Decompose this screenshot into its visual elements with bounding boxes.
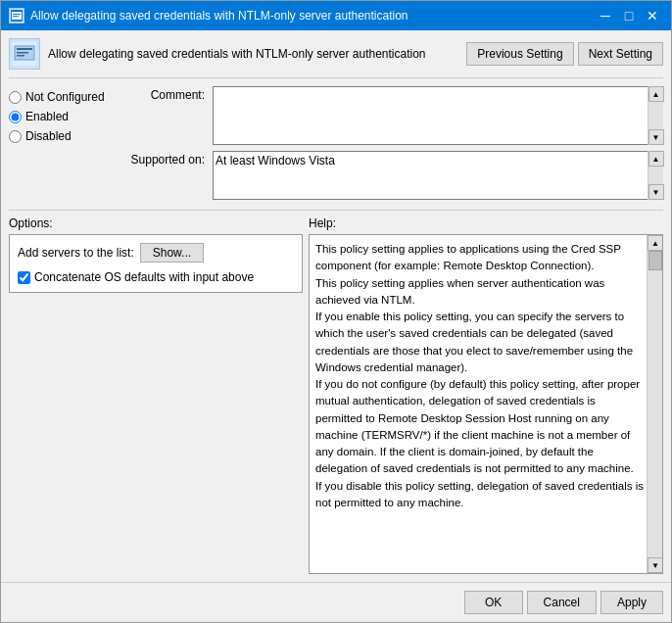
show-button[interactable]: Show... [140,243,204,263]
help-scroll-thumb[interactable] [648,251,662,270]
window-controls: ─ □ ✕ [595,5,663,26]
right-section: Comment: ▲ ▼ Supported on: At [126,86,663,200]
help-scroll-up[interactable]: ▲ [648,235,663,251]
enabled-label: Enabled [25,110,69,123]
middle-section: Not Configured Enabled Disabled Comment: [9,86,663,200]
comment-textarea[interactable] [213,86,663,145]
supported-scroll-down[interactable]: ▼ [648,184,664,200]
scroll-down-arrow[interactable]: ▼ [648,129,664,145]
title-bar: Allow delegating saved credentials with … [1,1,671,30]
svg-rect-6 [17,48,32,50]
disabled-radio[interactable]: Disabled [9,129,126,143]
disabled-input[interactable] [9,130,22,143]
help-p1: This policy setting applies to applicati… [315,241,645,275]
not-configured-label: Not Configured [25,90,105,104]
ok-button[interactable]: OK [464,591,523,614]
concat-checkbox-row: Concatenate OS defaults with input above [18,270,294,284]
enabled-input[interactable] [9,111,22,123]
help-p3: If you enable this policy setting, you c… [315,309,645,376]
minimize-button[interactable]: ─ [595,5,616,26]
window-icon [9,8,24,24]
supported-box: At least Windows Vista [213,151,663,200]
help-scroll-track [648,251,662,557]
comment-textarea-wrapper: ▲ ▼ [213,86,663,145]
enabled-radio[interactable]: Enabled [9,110,126,123]
comment-label: Comment: [126,86,205,102]
help-panel: This policy setting applies to applicati… [309,234,663,574]
svg-rect-2 [13,14,21,15]
header-row: Allow delegating saved credentials with … [9,38,663,78]
svg-rect-7 [17,52,28,54]
svg-rect-8 [17,55,24,57]
help-p2: This policy setting applies when server … [315,275,645,310]
options-col: Options: Add servers to the list: Show..… [9,216,303,574]
concat-label[interactable]: Concatenate OS defaults with input above [34,270,254,284]
window-title: Allow delegating saved credentials with … [30,9,595,23]
options-label: Options: [9,216,303,230]
scroll-up-arrow[interactable]: ▲ [648,86,664,102]
options-help-section: Options: Add servers to the list: Show..… [9,216,663,574]
cancel-button[interactable]: Cancel [527,591,597,614]
supported-scroll-track [648,167,663,184]
divider [9,210,663,211]
help-p4: If you do not configure (by default) thi… [315,376,645,478]
previous-setting-button[interactable]: Previous Setting [466,42,573,66]
help-scrollbar: ▲ ▼ [647,235,662,573]
help-scroll-down[interactable]: ▼ [648,557,663,573]
header-buttons: Previous Setting Next Setting [466,42,663,66]
content-area: Allow delegating saved credentials with … [1,30,671,582]
help-col: Help: This policy setting applies to app… [309,216,663,574]
supported-label: Supported on: [126,151,205,167]
supported-scroll-up[interactable]: ▲ [648,151,664,167]
help-label: Help: [309,216,663,230]
footer: OK Cancel Apply [1,582,671,622]
add-servers-label: Add servers to the list: [18,246,134,260]
comment-row: Comment: ▲ ▼ [126,86,663,145]
scroll-track [648,102,663,129]
help-content: This policy setting applies to applicati… [310,235,662,573]
options-panel: Add servers to the list: Show... Concate… [9,234,303,293]
svg-rect-3 [13,16,19,17]
main-window: Allow delegating saved credentials with … [0,0,672,623]
not-configured-input[interactable] [9,91,22,104]
panels-row: Options: Add servers to the list: Show..… [9,216,663,574]
disabled-label: Disabled [25,129,72,143]
add-servers-row: Add servers to the list: Show... [18,243,294,263]
supported-row: Supported on: At least Windows Vista ▲ ▼ [126,151,663,200]
radio-section: Not Configured Enabled Disabled [9,86,126,200]
supported-scrollbar: ▲ ▼ [648,151,663,200]
apply-button[interactable]: Apply [600,591,663,614]
next-setting-button[interactable]: Next Setting [578,42,663,66]
header-icon [9,38,40,70]
supported-text: At least Windows Vista [216,154,335,168]
header-title: Allow delegating saved credentials with … [48,47,466,61]
supported-wrapper: At least Windows Vista ▲ ▼ [213,151,663,200]
help-p5: If you disable this policy setting, dele… [315,478,645,512]
not-configured-radio[interactable]: Not Configured [9,90,126,104]
maximize-button[interactable]: □ [618,5,640,26]
comment-scrollbar: ▲ ▼ [648,86,663,145]
close-button[interactable]: ✕ [642,5,663,26]
concat-checkbox[interactable] [18,271,30,284]
